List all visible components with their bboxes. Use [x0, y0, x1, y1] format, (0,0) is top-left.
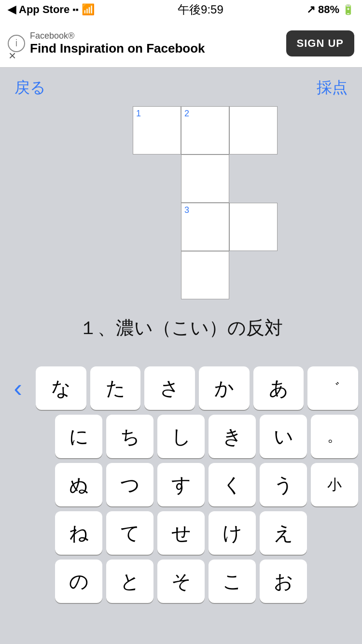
- cell-0-2[interactable]: 2: [181, 106, 229, 154]
- signal-icon: ▪▪: [72, 5, 79, 15]
- key-ko[interactable]: こ: [209, 560, 256, 603]
- ad-close-icon[interactable]: ×: [9, 48, 16, 63]
- key-kogaki[interactable]: 小: [311, 463, 358, 506]
- cell-empty-1-0: [84, 154, 133, 203]
- key-ke[interactable]: け: [209, 511, 256, 555]
- crossword-grid: 1 2 3: [84, 106, 278, 299]
- grid-row-2: 3: [84, 203, 278, 251]
- backspace-icon: ‹: [14, 374, 22, 403]
- keyboard-row-4: ね て せ け え: [4, 511, 358, 555]
- key-chi[interactable]: ち: [106, 415, 153, 458]
- score-button[interactable]: 採点: [317, 77, 348, 98]
- backspace-button[interactable]: ‹: [4, 366, 32, 410]
- key-ku[interactable]: く: [209, 463, 256, 506]
- cell-empty-3-3: [229, 251, 278, 299]
- ad-signup-button[interactable]: SIGN UP: [286, 30, 354, 56]
- back-arrow-icon: ◀: [8, 3, 16, 16]
- cell-empty-1-3: [229, 154, 278, 203]
- location-icon: ↗: [306, 3, 315, 16]
- key-placeholder-2: [4, 415, 51, 458]
- grid-row-3: [84, 251, 278, 299]
- key-a[interactable]: あ: [253, 366, 304, 410]
- key-ta[interactable]: た: [90, 366, 141, 410]
- key-ki[interactable]: き: [209, 415, 256, 458]
- cell-1-2[interactable]: [181, 154, 229, 203]
- cell-number-2: 2: [184, 109, 189, 119]
- cell-number-1: 1: [136, 109, 141, 119]
- battery-icon: 🔋: [342, 4, 354, 15]
- key-ni[interactable]: に: [55, 415, 102, 458]
- clue-text: １、濃い（こい）の反対: [79, 316, 283, 340]
- key-i[interactable]: い: [260, 415, 307, 458]
- key-dakuten[interactable]: ゛: [307, 366, 358, 410]
- key-placeholder-5: [4, 560, 51, 603]
- key-o[interactable]: お: [260, 560, 307, 603]
- key-so[interactable]: そ: [157, 560, 205, 603]
- key-te[interactable]: て: [106, 511, 153, 555]
- key-sa[interactable]: さ: [144, 366, 195, 410]
- key-placeholder-4b: [311, 511, 358, 555]
- cell-empty-2-0: [84, 203, 133, 251]
- ad-banner: i Facebook® Find Inspiration on Facebook…: [0, 19, 362, 68]
- battery-label: 88%: [318, 3, 339, 16]
- carrier-label: App Store: [19, 3, 70, 16]
- cell-number-3: 3: [184, 205, 189, 215]
- key-placeholder-3: [4, 463, 51, 506]
- cell-empty-3-0: [84, 251, 133, 299]
- wifi-icon: 📶: [82, 3, 95, 16]
- keyboard-row-1: ‹ な た さ か あ ゛: [4, 366, 358, 410]
- back-button[interactable]: 戻る: [14, 77, 46, 98]
- keyboard: ‹ な た さ か あ ゛ に ち し き い 。 ぬ つ す く う 小 ね …: [0, 362, 362, 616]
- key-tsu[interactable]: つ: [106, 463, 153, 506]
- status-left: ◀ App Store ▪▪ 📶: [8, 3, 95, 16]
- cell-empty-3-1: [133, 251, 181, 299]
- cell-empty-2-1: [133, 203, 181, 251]
- cell-3-2[interactable]: [181, 251, 229, 299]
- key-shi[interactable]: し: [157, 415, 205, 458]
- key-no[interactable]: の: [55, 560, 102, 603]
- grid-row-1: [84, 154, 278, 203]
- key-placeholder-5b: [311, 560, 358, 603]
- key-maru[interactable]: 。: [311, 415, 358, 458]
- cell-2-3[interactable]: [229, 203, 278, 251]
- key-e[interactable]: え: [260, 511, 307, 555]
- cell-empty-0-0: [84, 106, 133, 154]
- cell-0-1[interactable]: 1: [133, 106, 181, 154]
- keyboard-row-2: に ち し き い 。: [4, 415, 358, 458]
- status-bar: ◀ App Store ▪▪ 📶 午後9:59 ↗ 88% 🔋: [0, 0, 362, 19]
- key-ne[interactable]: ね: [55, 511, 102, 555]
- key-u[interactable]: う: [260, 463, 307, 506]
- nav-row: 戻る 採点: [14, 77, 348, 98]
- key-ka[interactable]: か: [199, 366, 250, 410]
- cell-2-2[interactable]: 3: [181, 203, 229, 251]
- game-area: 戻る 採点 1 2 3: [0, 68, 362, 362]
- status-right: ↗ 88% 🔋: [306, 3, 354, 16]
- key-su[interactable]: す: [157, 463, 205, 506]
- key-na[interactable]: な: [36, 366, 86, 410]
- key-placeholder-4: [4, 511, 51, 555]
- key-se[interactable]: せ: [157, 511, 205, 555]
- cell-0-3[interactable]: [229, 106, 278, 154]
- ad-text: Facebook® Find Inspiration on Facebook: [30, 31, 286, 56]
- cell-empty-1-1: [133, 154, 181, 203]
- key-to[interactable]: と: [106, 560, 153, 603]
- ad-title: Find Inspiration on Facebook: [30, 41, 286, 56]
- keyboard-row-5: の と そ こ お: [4, 560, 358, 603]
- keyboard-row-3: ぬ つ す く う 小: [4, 463, 358, 506]
- key-nu[interactable]: ぬ: [55, 463, 102, 506]
- ad-label: Facebook®: [30, 31, 286, 41]
- grid-row-0: 1 2: [84, 106, 278, 154]
- status-time: 午後9:59: [178, 2, 223, 17]
